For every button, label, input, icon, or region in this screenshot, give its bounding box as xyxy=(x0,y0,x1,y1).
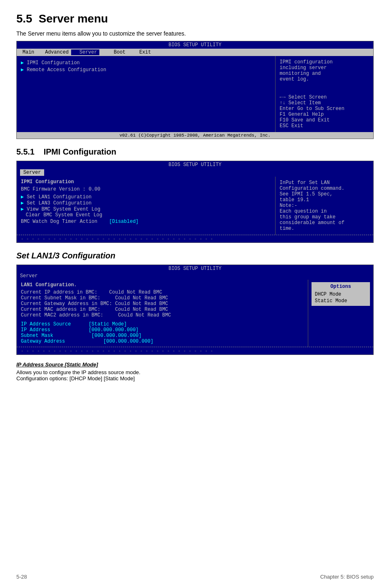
key-f10: F10 Save and Exit xyxy=(280,117,369,123)
bios-right-panel: IPMI configuration including server moni… xyxy=(275,56,373,132)
ip-note-options: Configuration options: [DHCP Mode] [Stat… xyxy=(16,375,374,382)
lan-gateway: Current Gateway Address in BMC: Could No… xyxy=(21,301,304,307)
footer-page: 5-28 xyxy=(16,574,27,580)
ipmi-lan1[interactable]: Set LAN1 Configuration xyxy=(21,194,271,200)
ipmi-help-6: this group may take xyxy=(280,214,369,220)
help-text-line1: IPMI configuration xyxy=(280,59,369,65)
ipmi-help-3: table 19.1 xyxy=(280,197,369,203)
ipmi-help-8: time. xyxy=(280,226,369,231)
section-intro: The Server menu items allow you to custo… xyxy=(16,30,374,37)
bios-lan-options: Options DHCP Mode Static Mode xyxy=(308,280,373,347)
bios-lan-header: BIOS SETUP UTILITY xyxy=(17,265,373,272)
bios-body: IPMI Configuration Remote Access Configu… xyxy=(17,56,373,132)
subsection-551-title: 5.5.1 IPMI Configuration xyxy=(16,147,374,157)
bios-footer: v02.61 (C)Copyright 1985-2008, American … xyxy=(17,132,373,139)
bios-ipmi-left: IPMI Configuration BMC Firmware Version … xyxy=(17,177,275,235)
key-f1: F1 General Help xyxy=(280,112,369,117)
menu-advanced[interactable]: Advanced xyxy=(37,49,71,55)
lan-dashed-border: - - - - - - - - - - - - - - - - - - - - … xyxy=(17,347,373,355)
ipmi-help-2: See IPMI 1.5 Spec, xyxy=(280,191,369,197)
ipmi-clear-log[interactable]: Clear BMC System Event Log xyxy=(21,212,271,218)
ipmi-lan3[interactable]: Set LAN3 Configuration xyxy=(21,200,271,206)
bios-ipmi-tabrow: Server xyxy=(17,168,373,177)
ipmi-help-0: InPut for Set LAN xyxy=(280,180,369,186)
help-text-line4: event log. xyxy=(280,76,369,82)
bios-left-panel: IPMI Configuration Remote Access Configu… xyxy=(17,56,275,132)
menu-boot[interactable]: Boot xyxy=(99,49,128,55)
ipmi-view-log[interactable]: View BMC System Event Log xyxy=(21,206,271,212)
bios-lan-tab: Server xyxy=(20,273,38,279)
lan-section-title: Set LAN1/3 Configuration xyxy=(16,251,374,260)
options-title: Options xyxy=(315,284,367,290)
ipmi-dashed-border: - - - - - - - - - - - - - - - - - - - - … xyxy=(17,235,373,242)
ipmi-help-4: Note:- xyxy=(280,203,369,209)
bios-server-tab: Server xyxy=(20,169,44,176)
bios-server-menu-box: BIOS SETUP UTILITY Main Advanced Server … xyxy=(16,41,374,139)
menu-main[interactable]: Main xyxy=(20,49,37,55)
bios-item-remote[interactable]: Remote Access Configuration xyxy=(21,66,271,73)
ip-note: IP Address Source [Static Mode] Allows y… xyxy=(16,361,374,382)
key-lr: ←→ Select Screen xyxy=(280,94,369,100)
help-text-line3: monitoring and xyxy=(280,71,369,76)
lan-config-items: IP Address Source [Static Mode] IP Addre… xyxy=(21,321,304,344)
bios-ipmi-box: BIOS SETUP UTILITY Server IPMI Configura… xyxy=(16,161,374,243)
key-help: ←→ Select Screen ↑↓ Select Item Enter Go… xyxy=(280,94,369,129)
bios-ipmi-header: BIOS SETUP UTILITY xyxy=(17,161,373,168)
lan-subnet: Current Subnet Mask in BMC: Could Not Re… xyxy=(21,295,304,301)
bios-ipmi-right: InPut for Set LAN Configuration command.… xyxy=(275,177,373,235)
bios-header: BIOS SETUP UTILITY xyxy=(17,41,373,49)
ipmi-title: IPMI Configuration xyxy=(21,179,271,185)
bios-item-ipmi[interactable]: IPMI Configuration xyxy=(21,59,271,66)
ipmi-watchdog: BMC Watch Dog Timer Action [Disabled] xyxy=(21,219,271,224)
section-title: 5.5 Server menu xyxy=(16,12,374,25)
ipmi-help-1: Configuration command. xyxy=(280,186,369,191)
lan-gw-addr[interactable]: Gateway Address [000.000.000.000] xyxy=(21,339,304,344)
lan-mac2: Current MAC2 address in BMC: Could Not R… xyxy=(21,312,304,318)
page-footer: 5-28 Chapter 5: BIOS setup xyxy=(16,574,374,580)
bios-menubar: Main Advanced Server Boot Exit xyxy=(17,49,373,56)
ipmi-help-7: considerable amount of xyxy=(280,220,369,226)
lan-ip: Current IP address in BMC: Could Not Rea… xyxy=(21,290,304,295)
footer-chapter: Chapter 5: BIOS setup xyxy=(320,574,374,580)
menu-exit[interactable]: Exit xyxy=(128,49,153,55)
key-esc: ESC Exit xyxy=(280,123,369,129)
lan-title: LAN1 Configuration. xyxy=(21,282,304,288)
options-box: Options DHCP Mode Static Mode xyxy=(312,282,370,306)
bios-lan-box: BIOS SETUP UTILITY Server LAN1 Configura… xyxy=(16,265,374,355)
key-ud: ↑↓ Select Item xyxy=(280,100,369,106)
lan-mac: Current MAC address in BMC: Could Not Re… xyxy=(21,307,304,312)
lan-ip-source[interactable]: IP Address Source [Static Mode] xyxy=(21,321,304,327)
bios-lan-left: LAN1 Configuration. Current IP address i… xyxy=(17,280,308,347)
lan-subnet-mask[interactable]: Subnet Mask [000.000.000.000] xyxy=(21,333,304,339)
ipmi-help-5: Each question in xyxy=(280,209,369,214)
option-static[interactable]: Static Mode xyxy=(315,298,367,304)
bios-lan-body: LAN1 Configuration. Current IP address i… xyxy=(17,280,373,347)
ip-note-link: IP Address Source [Static Mode] xyxy=(16,361,374,368)
option-dhcp[interactable]: DHCP Mode xyxy=(315,291,367,298)
ip-note-desc: Allows you to configure the IP address s… xyxy=(16,369,374,375)
bios-lan-tabrow: Server xyxy=(17,272,373,280)
key-enter: Enter Go to Sub Screen xyxy=(280,106,369,112)
lan-ip-addr[interactable]: IP Address [000.000.000.000] xyxy=(21,327,304,333)
menu-server[interactable]: Server xyxy=(71,49,100,55)
ipmi-firmware: BMC Firmware Version : 0.00 xyxy=(21,186,271,192)
bios-ipmi-body: IPMI Configuration BMC Firmware Version … xyxy=(17,177,373,235)
help-text-line2: including server xyxy=(280,65,369,71)
